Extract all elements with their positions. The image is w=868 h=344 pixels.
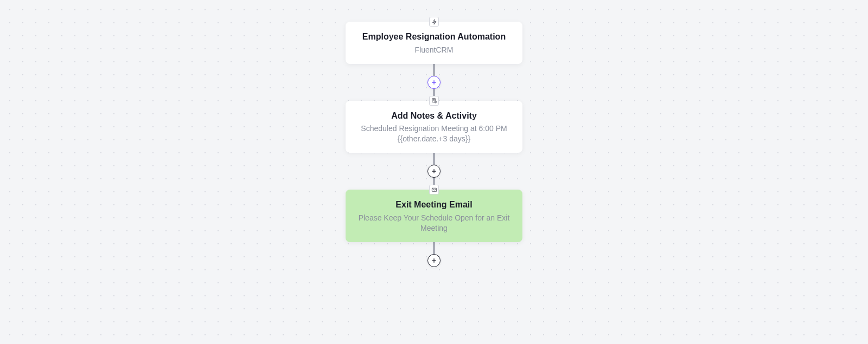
exit-email-node-title: Exit Meeting Email xyxy=(356,199,512,211)
bolt-icon xyxy=(429,17,439,27)
add-step-button[interactable] xyxy=(427,254,441,267)
exit-email-node[interactable]: Exit Meeting Email Please Keep Your Sche… xyxy=(346,190,522,242)
trigger-node-title: Employee Resignation Automation xyxy=(356,31,512,43)
connector-line xyxy=(433,242,435,254)
notes-icon xyxy=(429,96,439,106)
trigger-node-subtitle: FluentCRM xyxy=(356,45,512,55)
email-icon xyxy=(429,185,439,194)
exit-email-node-subtitle: Please Keep Your Schedule Open for an Ex… xyxy=(356,213,512,233)
add-step-button[interactable] xyxy=(427,76,441,89)
automation-canvas[interactable]: Employee Resignation Automation FluentCR… xyxy=(0,0,868,344)
add-notes-node-title: Add Notes & Activity xyxy=(356,111,512,122)
add-step-button[interactable] xyxy=(427,165,441,178)
add-notes-node[interactable]: Add Notes & Activity Scheduled Resignati… xyxy=(346,101,522,153)
add-notes-node-subtitle: Scheduled Resignation Meeting at 6:00 PM… xyxy=(356,124,512,144)
connector-line xyxy=(433,153,435,165)
trigger-node[interactable]: Employee Resignation Automation FluentCR… xyxy=(346,22,522,64)
connector-line xyxy=(433,64,435,76)
